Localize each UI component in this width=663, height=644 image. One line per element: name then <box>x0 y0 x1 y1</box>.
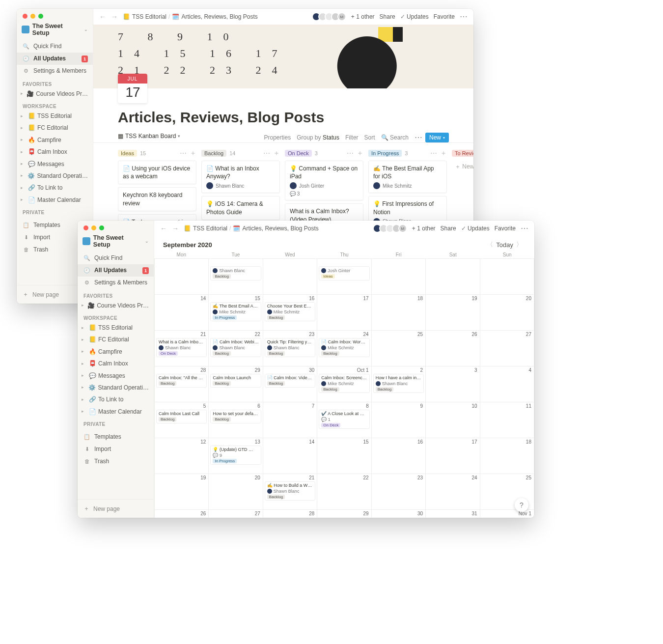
disclosure-icon[interactable]: ▸ <box>82 396 86 403</box>
help-button[interactable]: ? <box>515 498 528 512</box>
nav-back[interactable]: ← <box>160 224 167 232</box>
sidebar-item[interactable]: ▸🔥Campfire <box>78 346 154 358</box>
new-button[interactable]: New▾ <box>425 133 449 142</box>
column-add[interactable]: ＋ <box>357 149 363 158</box>
status-tag[interactable]: Ideas <box>118 150 137 157</box>
calendar-cell[interactable]: 18 <box>372 295 426 331</box>
calendar-cell[interactable]: 14 <box>155 295 209 331</box>
calendar-cell[interactable]: 26 <box>426 331 480 366</box>
calendar-cell[interactable]: Oct 1Calm Inbox: Screencast …Mike Schmit… <box>317 366 371 402</box>
sidebar-item[interactable]: ▸📮Calm Inbox <box>17 146 93 158</box>
disclosure-icon[interactable]: ▸ <box>21 172 26 179</box>
sidebar-item[interactable]: ▸📒FC Editorial <box>17 122 93 134</box>
column-more[interactable]: ⋯ <box>347 149 354 157</box>
calendar-cell[interactable]: Nov 1 <box>480 510 534 518</box>
column-more[interactable]: ⋯ <box>430 149 437 157</box>
all-updates[interactable]: 🕘All Updates1 <box>78 264 154 277</box>
sidebar-item[interactable]: ▸💬Messages <box>17 158 93 170</box>
sort-button[interactable]: Sort <box>361 134 378 141</box>
calendar-cell[interactable]: 2How I have a calm inbox…Shawn BlancBack… <box>372 366 426 402</box>
presence-avatars[interactable]: M <box>375 224 407 233</box>
nav-back[interactable]: ← <box>99 13 106 21</box>
calendar-event[interactable]: How I have a calm inbox…Shawn BlancBackl… <box>373 374 424 393</box>
view-more[interactable]: ⋯ <box>412 134 425 141</box>
updates-button[interactable]: Updates <box>461 225 490 232</box>
calendar-event[interactable]: Calm Inbox: "All the Thi…Backlog <box>156 374 207 388</box>
calendar-cell[interactable]: 30 <box>372 510 426 518</box>
status-tag[interactable]: On Deck <box>285 150 312 157</box>
calendar-cell[interactable]: 20 <box>480 295 534 331</box>
calendar-cell[interactable]: 26 <box>155 510 209 518</box>
calendar-event[interactable]: Calm Inbox Last CallBacklog <box>156 410 207 423</box>
maximize-icon[interactable] <box>38 14 43 19</box>
calendar-cell[interactable]: 19 <box>426 295 480 331</box>
disclosure-icon[interactable]: ▸ <box>21 112 26 120</box>
calendar-cell[interactable] <box>372 259 426 295</box>
nav-fwd[interactable]: → <box>111 13 118 21</box>
disclosure-icon[interactable]: ▸ <box>82 372 86 379</box>
calendar-cell[interactable]: 22 <box>317 474 371 510</box>
sidebar-item[interactable]: ▸📄Master Calendar <box>78 406 154 418</box>
calendar-cell[interactable]: 29 <box>317 510 371 518</box>
page-icon[interactable]: JUL 17 <box>118 74 147 103</box>
kanban-card[interactable]: 💡 Command + Space on iPadJosh Ginter💬 3 <box>285 161 363 200</box>
calendar-cell[interactable]: 21What is a Calm Inbox? (…Shawn BlancOn … <box>155 331 209 366</box>
calendar-event[interactable]: What is a Calm Inbox? (…Shawn BlancOn De… <box>156 338 207 357</box>
calendar-event[interactable]: ✍️ The Best Email App f…Mike SchmitzIn P… <box>210 302 261 321</box>
calendar-event[interactable]: 📄 Calm Inbox: Workflo…Mike SchmitzBacklo… <box>319 338 369 357</box>
sidebar-item[interactable]: ▸🔗To Link to <box>17 182 93 194</box>
calendar-cell[interactable]: 13💡 (Update) GTD …💬 9In Progress <box>209 438 263 474</box>
calendar-event[interactable]: 📄 Calm Inbox: Video Ex…Backlog <box>265 374 315 388</box>
kanban-card[interactable]: ✍️ The Best Email App for iOSMike Schmit… <box>368 161 447 193</box>
quick-find[interactable]: 🔍Quick Find <box>17 40 93 53</box>
cover-image[interactable]: 7 8 9 1014 15 16 1721 22 23 24 <box>93 25 473 88</box>
calendar-cell[interactable]: 16 <box>372 438 426 474</box>
sidebar-item[interactable]: ▸📮Calm Inbox <box>78 358 154 369</box>
status-tag[interactable]: To Review <box>452 150 473 157</box>
breadcrumb[interactable]: 📒 TSS Editorial / 🗓️ Articles, Reviews, … <box>123 13 258 20</box>
calendar-cell[interactable] <box>480 259 534 295</box>
trash[interactable]: 🗑Trash <box>78 455 154 468</box>
calendar-cell[interactable]: 12 <box>155 438 209 474</box>
calendar-cell[interactable]: 21✍️ How to Build a Writin…Shawn BlancBa… <box>263 474 317 510</box>
import[interactable]: ⬇Import <box>78 443 154 455</box>
sidebar-item[interactable]: ▸📒TSS Editorial <box>78 322 154 334</box>
nav-fwd[interactable]: → <box>172 224 179 232</box>
calendar-event[interactable]: Calm Inbox LaunchBacklog <box>210 374 261 388</box>
next-month[interactable]: 〉 <box>513 240 525 249</box>
disclosure-icon[interactable]: ▸ <box>82 348 86 355</box>
templates[interactable]: 📋Templates <box>78 431 154 443</box>
prev-month[interactable]: 〈 <box>484 240 496 249</box>
calendar-cell[interactable]: 24 <box>426 474 480 510</box>
calendar-cell[interactable] <box>155 259 209 295</box>
calendar-event[interactable]: Josh GinterIdeas <box>319 266 369 280</box>
calendar-cell[interactable]: 14 <box>263 438 317 474</box>
calendar-cell[interactable]: 28Calm Inbox: "All the Thi…Backlog <box>155 366 209 402</box>
calendar-cell[interactable]: 10 <box>426 402 480 438</box>
calendar-cell[interactable]: 18 <box>480 438 534 474</box>
workspace-switcher[interactable]: The Sweet Setup ⌄ <box>78 232 154 252</box>
calendar-cell[interactable]: 4 <box>480 366 534 402</box>
calendar-cell[interactable]: 25 <box>372 331 426 366</box>
sidebar-item[interactable]: ▸📒TSS Editorial <box>17 110 93 122</box>
favorite-button[interactable]: Favorite <box>495 225 516 232</box>
sidebar-item[interactable]: ▸📒FC Editorial <box>78 334 154 345</box>
calendar-cell[interactable]: 16Choose Your Best Email …Mike SchmitzBa… <box>263 295 317 331</box>
share-button[interactable]: Share <box>441 225 456 232</box>
kanban-card[interactable]: Keychron K8 keyboard review <box>118 187 196 211</box>
new-page[interactable]: ＋New page <box>78 499 154 518</box>
calendar-event[interactable]: Calm Inbox: Screencast …Mike SchmitzBack… <box>319 374 369 393</box>
column-add[interactable]: ＋ <box>440 149 447 158</box>
calendar-event[interactable]: 💡 (Update) GTD …💬 9In Progress <box>210 446 261 465</box>
new-card[interactable]: ＋ New <box>452 161 473 173</box>
calendar-cell[interactable]: 5Calm Inbox Last CallBacklog <box>155 402 209 438</box>
calendar-cell[interactable]: 17 <box>317 295 371 331</box>
calendar-cell[interactable] <box>426 259 480 295</box>
calendar-cell[interactable]: 28 <box>263 510 317 518</box>
calendar-cell[interactable]: 15 <box>317 438 371 474</box>
all-updates[interactable]: 🕘All Updates1 <box>17 53 93 65</box>
calendar-event[interactable]: Shawn BlancBacklog <box>210 266 261 280</box>
filter-button[interactable]: Filter <box>342 134 361 141</box>
workspace-switcher[interactable]: The Sweet Setup ⌄ <box>17 21 93 40</box>
calendar-cell[interactable]: 22📄 Calm Inbox: Webinar …Shawn BlancBack… <box>209 331 263 366</box>
